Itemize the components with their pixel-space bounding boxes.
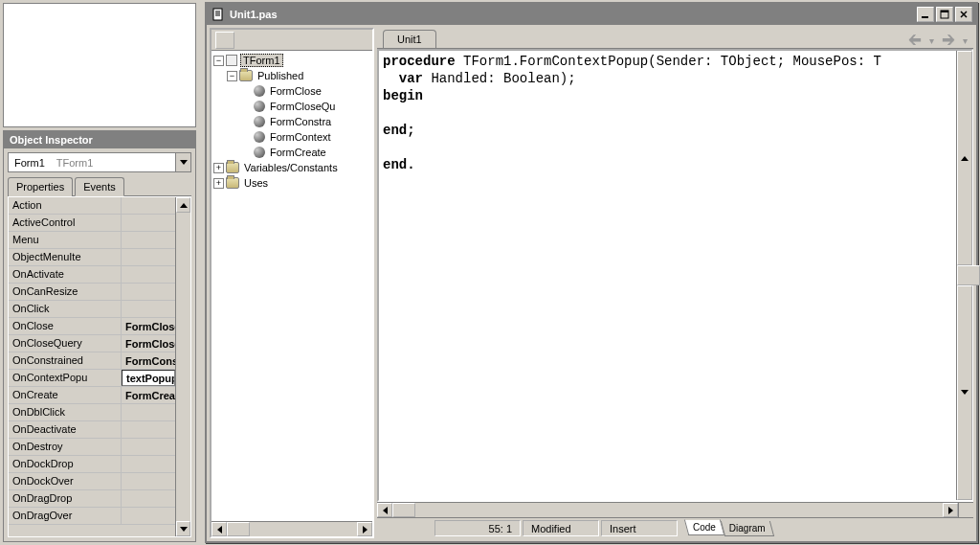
event-row[interactable]: OnCanResize	[9, 284, 175, 301]
scroll-up-button[interactable]	[957, 51, 972, 265]
event-value[interactable]	[122, 232, 175, 248]
file-tab-unit1[interactable]: Unit1	[383, 30, 436, 48]
event-value[interactable]	[122, 284, 175, 300]
bottom-tab-diagram[interactable]: Diagram	[721, 521, 774, 536]
tree-node-uses[interactable]: Uses	[242, 177, 270, 189]
component-selector-dropdown[interactable]	[175, 153, 190, 171]
event-row[interactable]: OnDragOver	[9, 508, 175, 525]
scroll-left-button[interactable]	[212, 522, 227, 536]
event-value[interactable]	[122, 421, 175, 438]
event-value[interactable]	[122, 215, 175, 231]
scroll-thumb[interactable]	[392, 503, 415, 517]
maximize-button[interactable]	[936, 7, 953, 22]
inspector-tabs: Properties Events	[8, 176, 191, 196]
nav-back-dropdown[interactable]: ▾	[929, 35, 934, 46]
code-vertical-scrollbar[interactable]	[956, 51, 971, 500]
event-value[interactable]: FormClose	[122, 318, 175, 334]
component-type: TForm1	[51, 155, 175, 170]
tree-toolbar-button[interactable]	[215, 32, 234, 49]
nav-forward-button[interactable]: 🡲	[942, 33, 955, 48]
form-designer-preview	[3, 3, 196, 127]
tree-node-method[interactable]: FormConstra	[268, 116, 333, 127]
tree-node-method[interactable]: FormCloseQu	[268, 101, 337, 112]
event-row[interactable]: OnDockDrop	[9, 456, 175, 473]
component-name: Form1	[9, 155, 51, 170]
scroll-right-button[interactable]	[357, 522, 372, 536]
event-name: OnDblClick	[9, 404, 122, 420]
scroll-left-button[interactable]	[377, 503, 392, 517]
event-row[interactable]: OnCreateFormCreate	[9, 387, 175, 404]
event-value[interactable]: FormCreate	[122, 387, 175, 403]
window-titlebar[interactable]: Unit1.pas	[207, 4, 976, 25]
event-row[interactable]: OnCloseFormClose	[9, 318, 175, 335]
scroll-right-button[interactable]	[943, 503, 958, 517]
class-icon	[226, 55, 237, 66]
event-row[interactable]: Action	[9, 197, 175, 215]
event-row[interactable]: ObjectMenuIte	[9, 249, 175, 266]
event-value[interactable]	[122, 490, 175, 507]
event-row[interactable]: OnDestroy	[9, 439, 175, 456]
event-row[interactable]: OnDragDrop	[9, 490, 175, 508]
tree-node-method[interactable]: FormClose	[268, 85, 323, 97]
event-row[interactable]: OnCloseQueryFormCloseQue	[9, 335, 175, 352]
triangle-down-icon	[961, 390, 969, 395]
scroll-up-button[interactable]	[176, 197, 190, 213]
event-row[interactable]: OnConstrainedFormConstrai	[9, 352, 175, 370]
tree-horizontal-scrollbar[interactable]	[212, 521, 372, 536]
event-value[interactable]	[122, 456, 175, 472]
event-row[interactable]: OnActivate	[9, 266, 175, 284]
event-value[interactable]	[122, 508, 175, 524]
component-selector[interactable]: Form1 TForm1	[8, 152, 191, 172]
nav-forward-dropdown[interactable]: ▾	[963, 35, 968, 46]
expand-toggle[interactable]: +	[213, 163, 224, 173]
code-editor[interactable]: procedure TForm1.FormContextPopup(Sender…	[379, 51, 956, 500]
minimize-button[interactable]	[917, 7, 934, 22]
expand-toggle[interactable]: −	[213, 56, 224, 66]
event-row[interactable]: OnClick	[9, 301, 175, 318]
tree-node-class[interactable]: TForm1	[240, 54, 283, 67]
event-name: Menu	[9, 232, 122, 248]
tab-properties[interactable]: Properties	[8, 177, 73, 196]
event-value[interactable]	[122, 301, 175, 317]
event-value[interactable]: textPopup	[122, 370, 175, 386]
expand-toggle[interactable]: −	[227, 71, 237, 81]
event-row[interactable]: OnDeactivate	[9, 421, 175, 439]
events-scrollbar[interactable]	[175, 197, 190, 536]
close-button[interactable]	[955, 7, 972, 22]
event-value[interactable]: FormCloseQue	[122, 335, 175, 352]
event-row[interactable]: Menu	[9, 232, 175, 249]
event-name: Action	[9, 197, 122, 214]
code-horizontal-scrollbar[interactable]	[377, 502, 973, 517]
scroll-thumb[interactable]	[227, 522, 250, 536]
tab-events[interactable]: Events	[75, 177, 124, 196]
event-value[interactable]	[122, 249, 175, 265]
code-editor-window: Unit1.pas −TForm1 −Published FormCloseFo…	[205, 2, 978, 543]
scroll-down-button[interactable]	[176, 521, 190, 536]
event-row[interactable]: OnContextPoputextPopup	[9, 370, 175, 387]
object-inspector-title: Object Inspector	[4, 131, 195, 148]
event-row[interactable]: ActiveControl	[9, 215, 175, 232]
event-value[interactable]	[122, 197, 175, 214]
code-keyword: var	[383, 71, 423, 86]
expand-toggle[interactable]: +	[213, 178, 224, 189]
event-value[interactable]	[122, 473, 175, 489]
scroll-thumb[interactable]	[957, 265, 980, 284]
event-row[interactable]: OnDockOver	[9, 473, 175, 490]
code-explorer-tree[interactable]: −TForm1 −Published FormCloseFormCloseQuF…	[212, 51, 372, 521]
tree-node-method[interactable]: FormCreate	[268, 147, 328, 158]
events-grid: ActionActiveControlMenuObjectMenuIteOnAc…	[8, 196, 191, 537]
event-value[interactable]	[122, 404, 175, 420]
event-value[interactable]	[122, 439, 175, 455]
code-text: TForm1.FormContextPopup(Sender: TObject;…	[456, 54, 881, 69]
method-icon	[254, 147, 265, 158]
tree-node-vars[interactable]: Variables/Constants	[242, 162, 340, 173]
code-editor-panel: Unit1 🡰 ▾ 🡲 ▾ procedure TForm1.FormConte…	[377, 28, 973, 538]
tree-node-method[interactable]: FormContext	[268, 131, 333, 143]
event-value[interactable]: FormConstrai	[122, 352, 175, 369]
event-value[interactable]	[122, 266, 175, 283]
bottom-tab-code[interactable]: Code	[684, 519, 724, 535]
nav-back-button[interactable]: 🡰	[908, 33, 922, 48]
event-row[interactable]: OnDblClick	[9, 404, 175, 421]
tree-node-published[interactable]: Published	[256, 70, 305, 81]
scroll-down-button[interactable]	[957, 285, 972, 500]
